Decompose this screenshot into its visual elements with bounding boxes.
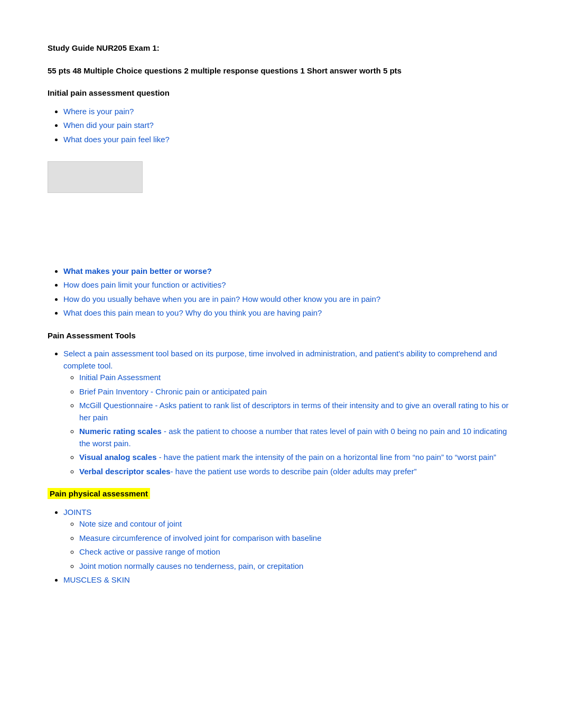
list-item: Joint motion normally causes no tenderne… xyxy=(79,560,513,573)
tool-5-bold: Visual analog scales xyxy=(79,453,156,462)
list-item: How does pain limit your function or act… xyxy=(63,279,513,291)
list-item: Where is your pain? xyxy=(63,106,513,118)
list-item: Note size and contour of joint xyxy=(79,518,513,530)
pain-tools-section: Pain Assessment Tools Select a pain asse… xyxy=(48,330,513,478)
bullet-2: How does pain limit your function or act… xyxy=(63,280,226,289)
list-item: What makes your pain better or worse? xyxy=(63,265,513,278)
pain-tools-list: Select a pain assessment tool based on i… xyxy=(48,348,513,477)
study-guide-title: Study Guide NUR205 Exam 1: xyxy=(48,42,513,54)
tool-2: Brief Pain Inventory - Chronic pain or a… xyxy=(79,387,267,396)
pain-physical-section: Pain physical assessment JOINTS Note siz… xyxy=(48,488,513,586)
list-item-muscles: MUSCLES & SKIN xyxy=(63,574,513,586)
exam-subtitle: 55 pts 48 Multiple Choice questions 2 mu… xyxy=(48,65,513,77)
bullet-bold-1: What makes your pain better or worse? xyxy=(63,266,212,275)
pain-tools-heading: Pain Assessment Tools xyxy=(48,330,513,342)
image-placeholder xyxy=(48,161,143,193)
bullet-3: How do you usually behave when you are i… xyxy=(63,294,380,303)
list-item: Select a pain assessment tool based on i… xyxy=(63,348,513,477)
joints-label: JOINTS xyxy=(63,508,91,517)
pain-bullet-2: When did your pain start? xyxy=(63,121,154,130)
list-item: Measure circumference of involved joint … xyxy=(79,532,513,545)
tools-intro: Select a pain assessment tool based on i… xyxy=(63,349,497,370)
pain-physical-list: JOINTS Note size and contour of joint Me… xyxy=(48,506,513,586)
joint-item-2: Measure circumference of involved joint … xyxy=(79,533,322,542)
list-item: Brief Pain Inventory - Chronic pain or a… xyxy=(79,386,513,398)
list-item: When did your pain start? xyxy=(63,119,513,132)
list-item-joints: JOINTS Note size and contour of joint Me… xyxy=(63,506,513,573)
tool-3: McGill Questionnaire - Asks patient to r… xyxy=(79,401,509,422)
exam-details: 55 pts 48 Multiple Choice questions 2 mu… xyxy=(48,65,513,77)
list-item: How do you usually behave when you are i… xyxy=(63,293,513,306)
pain-bullet-1: Where is your pain? xyxy=(63,107,134,116)
tool-5-suffix: - have the patient mark the intensity of… xyxy=(156,453,496,462)
list-item: Verbal descriptor scales- have the patie… xyxy=(79,466,513,478)
initial-pain-heading: Initial pain assessment question xyxy=(48,87,513,99)
list-item: Check active or passive range of motion xyxy=(79,546,513,558)
bullet-4: What does this pain mean to you? Why do … xyxy=(63,308,322,317)
pain-physical-highlighted: Pain physical assessment xyxy=(48,488,150,499)
image-area xyxy=(48,156,513,202)
list-item: Numeric rating scales - ask the patient … xyxy=(79,426,513,449)
pain-bullet-3: What does your pain feel like? xyxy=(63,135,170,144)
joints-sub-list: Note size and contour of joint Measure c… xyxy=(63,518,513,572)
initial-pain-section: Initial pain assessment question Where i… xyxy=(48,87,513,145)
list-item: Visual analog scales - have the patient … xyxy=(79,451,513,464)
tool-6-bold: Verbal descriptor scales xyxy=(79,467,171,476)
header-title: Study Guide NUR205 Exam 1: xyxy=(48,42,513,54)
initial-pain-list: Where is your pain? When did your pain s… xyxy=(48,106,513,146)
more-bullets-section: What makes your pain better or worse? Ho… xyxy=(48,265,513,319)
tool-1: Initial Pain Assessment xyxy=(79,373,161,382)
muscles-label: MUSCLES & SKIN xyxy=(63,575,130,584)
more-bullets-list: What makes your pain better or worse? Ho… xyxy=(48,265,513,319)
pain-physical-heading: Pain physical assessment xyxy=(48,488,513,500)
tools-sub-list: Initial Pain Assessment Brief Pain Inven… xyxy=(63,372,513,477)
list-item: McGill Questionnaire - Asks patient to r… xyxy=(79,400,513,423)
tool-6-suffix: - have the patient use words to describe… xyxy=(171,467,417,476)
tool-4-bold: Numeric rating scales xyxy=(79,427,162,436)
list-item: What does your pain feel like? xyxy=(63,134,513,146)
list-item: Initial Pain Assessment xyxy=(79,372,513,384)
joint-item-3: Check active or passive range of motion xyxy=(79,547,220,556)
joint-item-4: Joint motion normally causes no tenderne… xyxy=(79,561,303,570)
list-item: What does this pain mean to you? Why do … xyxy=(63,307,513,319)
joint-item-1: Note size and contour of joint xyxy=(79,519,182,528)
